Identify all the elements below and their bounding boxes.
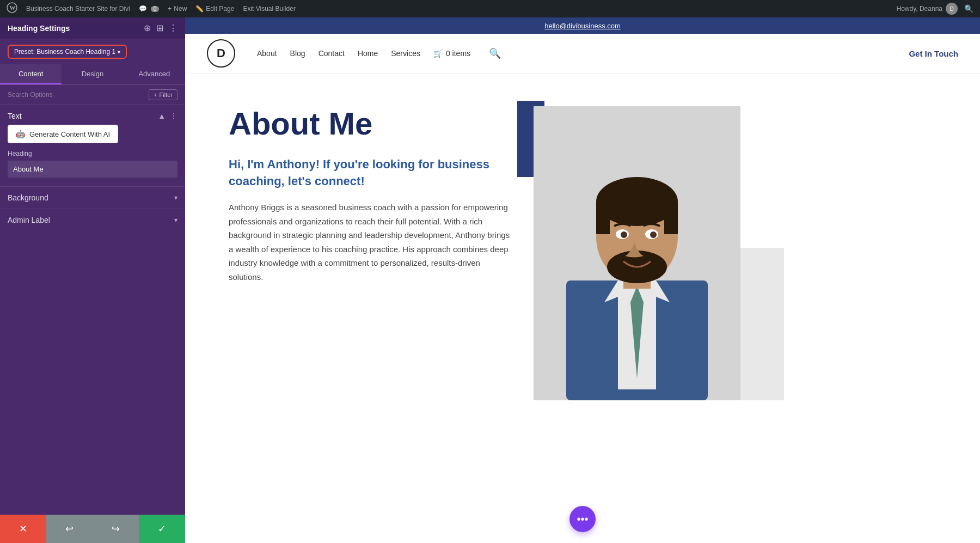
- more-icon[interactable]: ⋮: [169, 23, 177, 33]
- redo-button[interactable]: ↪: [93, 515, 139, 543]
- tab-design[interactable]: Design: [62, 64, 123, 84]
- heading-field-label: Heading: [0, 150, 185, 161]
- email-link[interactable]: hello@divibusiness.com: [544, 22, 621, 30]
- site-name[interactable]: Business Coach Starter Site for Divi: [26, 5, 130, 13]
- site-top-bar: hello@divibusiness.com: [185, 17, 980, 34]
- nav-cta-button[interactable]: Get In Touch: [909, 49, 958, 58]
- edit-page-button[interactable]: ✏️ Edit Page: [195, 5, 234, 13]
- settings-panel: Heading Settings ⊕ ⊞ ⋮ Preset: Business …: [0, 17, 185, 543]
- text-section-title: Text: [8, 112, 22, 120]
- preset-badge[interactable]: Preset: Business Coach Heading 1 ▾: [8, 45, 127, 59]
- nav-blog[interactable]: Blog: [290, 49, 305, 58]
- wp-logo-icon[interactable]: W: [7, 2, 17, 15]
- right-content: hello@divibusiness.com D About Blog Cont…: [185, 17, 980, 543]
- about-text-area: About Me Hi, I'm Anthony! If you're look…: [229, 106, 512, 284]
- search-row: + Filter: [0, 85, 185, 105]
- background-section-title: Background: [8, 193, 48, 202]
- svg-point-15: [650, 231, 657, 238]
- search-icon[interactable]: 🔍: [964, 4, 973, 13]
- panel-bottom-bar: ✕ ↩ ↪ ✓: [0, 515, 185, 543]
- generate-ai-label: Generate Content With AI: [29, 130, 110, 138]
- generate-ai-button[interactable]: 🤖 Generate Content With AI: [8, 125, 118, 143]
- layout-icon[interactable]: ⊞: [156, 23, 163, 33]
- svg-rect-10: [664, 202, 678, 234]
- about-photo: [534, 106, 740, 400]
- focus-mode-icon[interactable]: ⊕: [144, 23, 151, 33]
- fab-button[interactable]: •••: [569, 506, 596, 532]
- about-subheading: Hi, I'm Anthony! If you're looking for b…: [229, 156, 512, 190]
- filter-button[interactable]: + Filter: [149, 89, 177, 100]
- nav-about[interactable]: About: [257, 49, 277, 58]
- about-image-area: [534, 106, 762, 400]
- search-input[interactable]: [8, 91, 144, 99]
- undo-button[interactable]: ↩: [46, 515, 93, 543]
- admin-bar: W Business Coach Starter Site for Divi 💬…: [0, 0, 980, 17]
- about-heading: About Me: [229, 106, 512, 141]
- tab-advanced[interactable]: Advanced: [124, 64, 185, 84]
- page-content: About Me Hi, I'm Anthony! If you're look…: [185, 74, 980, 543]
- about-body-text: Anthony Briggs is a seasoned business co…: [229, 200, 512, 284]
- text-section-header[interactable]: Text ▲ ⋮: [0, 105, 185, 125]
- exit-builder-button[interactable]: Exit Visual Builder: [243, 5, 296, 13]
- preset-label: Preset: Business Coach Heading 1: [14, 48, 115, 56]
- svg-point-14: [621, 231, 627, 238]
- more-options-icon[interactable]: ⋮: [170, 112, 177, 120]
- nav-contact[interactable]: Contact: [318, 49, 345, 58]
- portrait-svg: [534, 106, 740, 400]
- nav-links: About Blog Contact Home Services 🛒 0 ite…: [257, 47, 892, 59]
- heading-input[interactable]: [8, 161, 177, 178]
- admin-label-title: Admin Label: [8, 216, 50, 224]
- about-section: About Me Hi, I'm Anthony! If you're look…: [185, 74, 980, 433]
- chevron-down-icon: ▾: [118, 49, 120, 55]
- site-logo: D: [207, 39, 235, 68]
- avatar[interactable]: D: [946, 3, 958, 15]
- nav-cart[interactable]: 🛒 0 items: [433, 49, 470, 58]
- ai-icon: 🤖: [16, 130, 25, 138]
- text-section: Text ▲ ⋮ 🤖 Generate Content With AI Head…: [0, 105, 185, 186]
- section-icons: ▲ ⋮: [158, 112, 177, 120]
- new-button[interactable]: + New: [168, 5, 187, 13]
- site-nav: D About Blog Contact Home Services 🛒 0 i…: [185, 34, 980, 74]
- svg-rect-9: [596, 202, 610, 234]
- cancel-button[interactable]: ✕: [0, 515, 46, 543]
- background-section-header[interactable]: Background ▾: [0, 187, 185, 209]
- page-content-wrapper: About Me Hi, I'm Anthony! If you're look…: [185, 74, 980, 543]
- panel-header: Heading Settings ⊕ ⊞ ⋮: [0, 17, 185, 39]
- chevron-down-icon: ▾: [174, 194, 177, 202]
- fab-icon: •••: [577, 513, 588, 526]
- panel-tabs: Content Design Advanced: [0, 64, 185, 85]
- nav-home[interactable]: Home: [358, 49, 378, 58]
- main-layout: Heading Settings ⊕ ⊞ ⋮ Preset: Business …: [0, 17, 980, 543]
- svg-text:W: W: [10, 4, 16, 11]
- tab-content[interactable]: Content: [0, 64, 62, 84]
- chevron-down-icon: ▾: [174, 216, 177, 224]
- panel-title: Heading Settings: [8, 24, 70, 33]
- admin-label-section: Admin Label ▾: [0, 209, 185, 231]
- nav-search-icon[interactable]: 🔍: [489, 47, 501, 59]
- save-button[interactable]: ✓: [139, 515, 185, 543]
- collapse-icon[interactable]: ▲: [158, 112, 166, 120]
- admin-label-header[interactable]: Admin Label ▾: [0, 209, 185, 231]
- cart-count: 0 items: [446, 49, 470, 58]
- panel-header-icons: ⊕ ⊞ ⋮: [144, 23, 177, 33]
- comments-link[interactable]: 💬 0: [139, 5, 160, 13]
- nav-services[interactable]: Services: [391, 49, 420, 58]
- howdy-text: Howdy, Deanna D: [897, 3, 958, 15]
- background-section: Background ▾: [0, 186, 185, 209]
- cart-icon: 🛒: [433, 49, 443, 58]
